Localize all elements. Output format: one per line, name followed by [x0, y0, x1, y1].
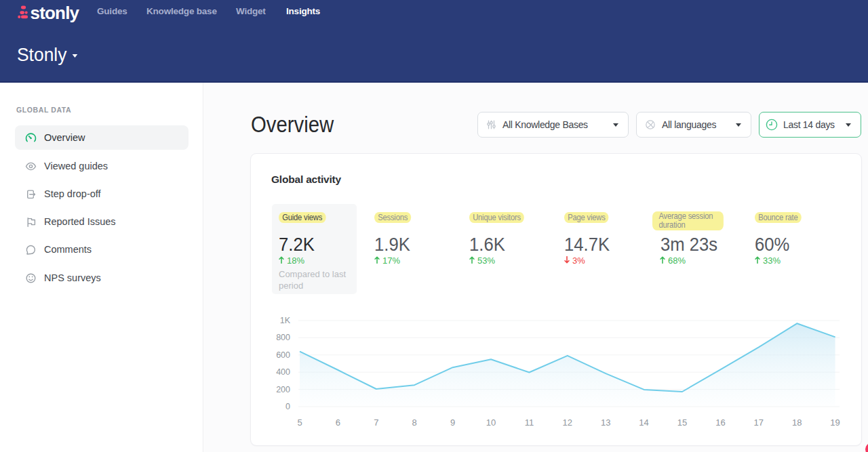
svg-text:5: 5 [297, 417, 302, 428]
svg-text:16: 16 [715, 417, 725, 428]
svg-text:stonly: stonly [31, 3, 80, 23]
svg-text:200: 200 [276, 385, 290, 394]
svg-text:800: 800 [276, 333, 290, 342]
svg-text:11: 11 [525, 417, 534, 428]
svg-text:13: 13 [601, 417, 610, 428]
svg-text:17: 17 [754, 417, 764, 428]
svg-text:600: 600 [276, 350, 290, 360]
svg-text:400: 400 [276, 367, 290, 377]
svg-text:18: 18 [792, 417, 802, 428]
svg-text:12: 12 [563, 417, 572, 428]
svg-text:8: 8 [412, 417, 417, 428]
svg-text:19: 19 [830, 417, 840, 428]
svg-text:1K: 1K [280, 316, 291, 325]
svg-text:7: 7 [374, 417, 378, 428]
svg-text:6: 6 [336, 417, 340, 428]
svg-text:10: 10 [486, 417, 496, 428]
svg-text:15: 15 [677, 417, 687, 428]
svg-text:9: 9 [450, 417, 455, 428]
svg-text:14: 14 [639, 417, 648, 428]
svg-text:0: 0 [285, 402, 290, 411]
